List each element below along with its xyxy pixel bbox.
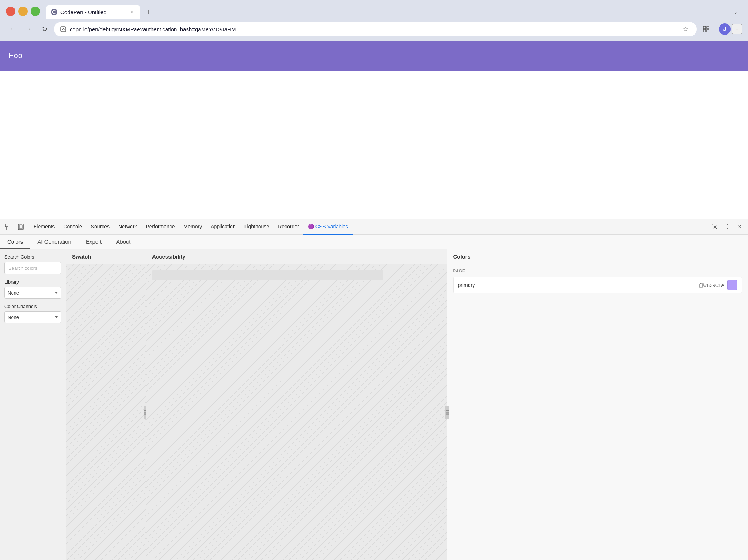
forward-button[interactable]: → — [22, 23, 35, 36]
devtools-tool-icons — [3, 221, 26, 232]
channels-section: Color Channels None — [4, 304, 61, 323]
devtools-panel: Elements Console Sources Network Perform… — [0, 219, 748, 560]
subtab-colors[interactable]: Colors — [0, 235, 30, 249]
svg-rect-11 — [19, 225, 22, 229]
svg-rect-7 — [5, 224, 8, 227]
colors-right-header: Colors — [447, 249, 748, 264]
colors-sidebar: Search Colors Library None Color Channel… — [0, 249, 66, 560]
inspect-tool-button[interactable] — [3, 221, 14, 232]
tab-elements[interactable]: Elements — [29, 219, 59, 235]
css-var-tabs: Colors AI Generation Export About — [0, 235, 748, 249]
maximize-button[interactable] — [31, 7, 40, 16]
colors-right-content: PAGE primary #B39CFA — [447, 264, 748, 298]
subtab-ai-generation[interactable]: AI Generation — [30, 235, 79, 249]
security-icon — [60, 25, 67, 33]
library-section: Library None — [4, 279, 61, 299]
tab-network[interactable]: Network — [114, 219, 141, 235]
device-tool-button[interactable] — [15, 221, 26, 232]
css-variables-panel: Colors AI Generation Export About Search… — [0, 235, 748, 560]
title-bar: CodePen - Untitled × + ⌄ — [0, 0, 748, 19]
accessibility-bar — [152, 270, 383, 280]
copy-color-button[interactable] — [699, 283, 704, 288]
tab-recorder[interactable]: Recorder — [274, 219, 303, 235]
color-name: primary — [458, 282, 699, 288]
swatch-header: Swatch — [66, 249, 146, 264]
tab-dropdown-button[interactable]: ⌄ — [729, 5, 742, 19]
colors-right-panel: Colors PAGE primary #B39CFA — [447, 249, 748, 560]
close-button[interactable] — [6, 7, 15, 16]
back-button[interactable]: ← — [6, 23, 19, 36]
new-tab-button[interactable]: + — [142, 5, 155, 19]
channels-select[interactable]: None — [4, 311, 61, 323]
url-bar[interactable]: cdpn.io/pen/debug/rNXMPae?authentication… — [54, 22, 697, 36]
minimize-button[interactable] — [18, 7, 28, 16]
tab-bar: CodePen - Untitled × + ⌄ — [46, 4, 742, 19]
tab-title: CodePen - Untitled — [60, 9, 125, 15]
tab-lighthouse[interactable]: Lighthouse — [240, 219, 274, 235]
browser-actions: J ⋮ — [700, 23, 742, 36]
search-input[interactable] — [4, 262, 61, 274]
devtools-right-icons: ⋮ × — [709, 221, 745, 232]
reload-button[interactable]: ↻ — [38, 23, 51, 36]
tab-close-button[interactable]: × — [128, 8, 135, 16]
devtools-more-button[interactable]: ⋮ — [722, 221, 733, 232]
swatch-area: Swatch — [66, 249, 146, 560]
color-item: primary #B39CFA — [453, 277, 743, 293]
user-avatar[interactable]: J — [719, 23, 731, 35]
channels-label: Color Channels — [4, 304, 61, 309]
subtab-export[interactable]: Export — [79, 235, 109, 249]
devtools-tab-bar: Elements Console Sources Network Perform… — [0, 219, 748, 235]
page-section-label: PAGE — [453, 269, 743, 273]
color-hex: #B39CFA — [704, 283, 724, 288]
subtab-about[interactable]: About — [109, 235, 138, 249]
library-select[interactable]: None — [4, 287, 61, 299]
color-swatch[interactable] — [727, 280, 737, 290]
extensions-button[interactable] — [700, 23, 713, 36]
accessibility-area: Accessibility — [146, 249, 447, 560]
svg-rect-6 — [707, 29, 709, 32]
svg-point-12 — [714, 226, 716, 228]
browser-menu-button[interactable]: ⋮ — [732, 24, 742, 34]
url-text: cdpn.io/pen/debug/rNXMPae?authentication… — [70, 26, 678, 32]
tab-memory[interactable]: Memory — [179, 219, 207, 235]
svg-rect-13 — [699, 284, 703, 287]
accessibility-header: Accessibility — [146, 249, 447, 264]
swatch-content — [66, 264, 146, 560]
window-controls — [6, 7, 40, 16]
accessibility-content — [146, 264, 447, 560]
bookmark-button[interactable]: ☆ — [681, 24, 691, 34]
tab-console[interactable]: Console — [59, 219, 86, 235]
devtools-close-button[interactable]: × — [734, 221, 745, 232]
svg-rect-3 — [703, 26, 706, 29]
svg-point-0 — [52, 10, 56, 14]
browser-tab[interactable]: CodePen - Untitled × — [46, 5, 140, 19]
webpage-content: Foo — [0, 41, 748, 219]
accessibility-resize-handle[interactable] — [445, 406, 449, 419]
svg-rect-5 — [703, 29, 706, 32]
webpage-title: Foo — [9, 51, 23, 60]
devtools-settings-button[interactable] — [709, 221, 720, 232]
tab-performance[interactable]: Performance — [141, 219, 179, 235]
tab-application[interactable]: Application — [206, 219, 240, 235]
search-label: Search Colors — [4, 254, 61, 260]
tab-sources[interactable]: Sources — [87, 219, 114, 235]
address-bar: ← → ↻ cdpn.io/pen/debug/rNXMPae?authenti… — [0, 19, 748, 41]
tab-favicon — [51, 9, 57, 15]
library-label: Library — [4, 279, 61, 285]
svg-rect-4 — [707, 26, 709, 29]
tab-css-variables[interactable]: 🟣CSS Variables — [303, 219, 353, 235]
colors-body: Search Colors Library None Color Channel… — [0, 249, 748, 560]
search-section: Search Colors — [4, 254, 61, 274]
webpage-header: Foo — [0, 41, 748, 71]
